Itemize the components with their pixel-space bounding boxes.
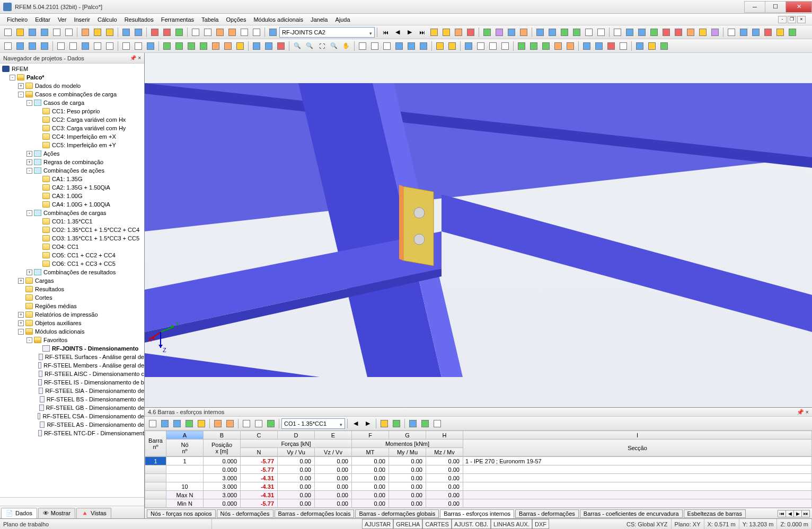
col-I[interactable]: I xyxy=(463,431,812,440)
co3[interactable]: CO3: 1.35*CC1 + 1.5*CC3 + CC5 xyxy=(52,235,139,241)
toggle[interactable]: - xyxy=(18,92,24,97)
tb-undo[interactable] xyxy=(120,26,132,38)
status-cartes[interactable]: CARTES xyxy=(422,519,451,529)
cell[interactable]: 0.00 xyxy=(278,499,315,508)
cell[interactable]: -5.77 xyxy=(241,457,278,465)
tb-t3[interactable] xyxy=(636,26,648,38)
tb-u6[interactable] xyxy=(787,26,798,38)
tb-u4[interactable] xyxy=(762,26,774,38)
cell[interactable]: 0.00 xyxy=(278,491,315,499)
tb2-zoom-in[interactable]: 🔍 xyxy=(292,40,303,52)
tb2-9[interactable] xyxy=(104,40,116,52)
tb-nav-first[interactable]: ⏮ xyxy=(379,26,391,38)
cell[interactable]: 0.00 xyxy=(389,482,426,491)
regras-comb[interactable]: Regras de combinação xyxy=(43,159,103,165)
casos-comb[interactable]: Casos e combinações de carga xyxy=(35,91,117,97)
cell[interactable]: 0.00 xyxy=(389,457,426,465)
tb2-v2[interactable] xyxy=(369,40,381,52)
data-table[interactable]: Barranº A B C D E F G H I Nónº Posiçãox … xyxy=(145,431,812,508)
table-pin[interactable]: 📌 × xyxy=(797,409,809,416)
cell[interactable] xyxy=(145,474,166,482)
cell[interactable]: 0.00 xyxy=(315,474,352,482)
minimize-button[interactable]: ─ xyxy=(744,1,765,13)
table-tab[interactable]: Barras - deformações locais xyxy=(275,509,355,518)
table-row[interactable]: Max N3.000-4.310.000.000.000.000.00 xyxy=(145,491,812,499)
rfsteel-mem[interactable]: RF-STEEL Members - Análise geral de xyxy=(43,362,144,369)
tb2-10[interactable] xyxy=(120,40,132,52)
tb2-a1[interactable] xyxy=(634,40,646,52)
tb2-22[interactable] xyxy=(275,40,287,52)
tb2-v1[interactable] xyxy=(357,40,368,52)
dados-modelo[interactable]: Dados do modelo xyxy=(35,83,81,89)
tb-open[interactable] xyxy=(14,26,26,38)
tb-r7[interactable] xyxy=(506,26,517,38)
col-A[interactable]: A xyxy=(166,431,204,440)
tb2-x3[interactable] xyxy=(487,40,499,52)
cell[interactable]: 0.00 xyxy=(315,465,352,474)
col-E[interactable]: E xyxy=(315,431,352,440)
tb2-pan[interactable]: ✋ xyxy=(340,40,352,52)
menu-modulos[interactable]: Módulos adicionais xyxy=(250,15,307,24)
tb-nav-last[interactable]: ⏭ xyxy=(416,26,428,38)
maximize-button[interactable]: ☐ xyxy=(765,1,786,13)
tb2-13[interactable] xyxy=(161,40,173,52)
menu-editar[interactable]: Editar xyxy=(31,15,54,24)
toggle[interactable]: + xyxy=(18,83,24,89)
cell[interactable]: 0.000 xyxy=(204,465,241,474)
cell[interactable]: 0.00 xyxy=(315,499,352,508)
tb-s6[interactable] xyxy=(595,26,607,38)
table-row[interactable]: Min N0.000-5.770.000.000.000.000.00 xyxy=(145,499,812,508)
col-C[interactable]: C xyxy=(241,431,278,440)
cell[interactable]: 0.00 xyxy=(389,499,426,508)
tt-9[interactable] xyxy=(253,418,264,429)
cell[interactable]: 0.00 xyxy=(426,482,463,491)
tb2-a3[interactable] xyxy=(658,40,670,52)
ca3[interactable]: CA3: 1.00G xyxy=(52,193,82,199)
ca4[interactable]: CA4: 1.00G + 1.00QiA xyxy=(52,201,110,208)
tb2-1[interactable] xyxy=(2,40,14,52)
tb-u3[interactable] xyxy=(750,26,762,38)
tt-4[interactable] xyxy=(183,418,195,429)
table-tab[interactable]: Barras - coeficientes de encurvadura xyxy=(580,509,683,518)
ttab-first[interactable]: ⏮ xyxy=(778,510,786,517)
tb2-y5[interactable] xyxy=(564,40,576,52)
tb-r1[interactable] xyxy=(428,26,440,38)
resultados[interactable]: Resultados xyxy=(35,286,64,292)
comb-cargas[interactable]: Combinações de cargas xyxy=(43,210,107,216)
tb2-2[interactable] xyxy=(14,40,26,52)
table-tab[interactable]: Nós - forças nos apoios xyxy=(147,509,216,518)
cell[interactable] xyxy=(463,491,812,499)
tb-preview[interactable] xyxy=(63,26,75,38)
menu-janela[interactable]: Janela xyxy=(307,15,331,24)
tab-dados[interactable]: 📄Dados xyxy=(1,508,37,518)
tb2-y1[interactable] xyxy=(516,40,527,52)
toggle[interactable]: + xyxy=(18,320,24,326)
cell[interactable]: 0.00 xyxy=(278,482,315,491)
tb2-21[interactable] xyxy=(263,40,275,52)
cell[interactable]: 0.00 xyxy=(352,457,389,465)
status-linhas[interactable]: LINHAS AUX. xyxy=(491,519,532,529)
tb2-3[interactable] xyxy=(27,40,38,52)
tb-calc2[interactable] xyxy=(161,26,173,38)
tb-r3[interactable] xyxy=(453,26,464,38)
tb-s2[interactable] xyxy=(546,26,558,38)
tb-t5[interactable] xyxy=(660,26,672,38)
tt-prev[interactable]: ◀ xyxy=(350,418,361,429)
tb2-7[interactable] xyxy=(80,40,91,52)
tb2-v4[interactable] xyxy=(393,40,405,52)
menu-ficheiro[interactable]: Ficheiro xyxy=(3,15,31,24)
tb-t4[interactable] xyxy=(648,26,660,38)
tb2-w2[interactable] xyxy=(446,40,458,52)
corner-cell[interactable]: Barranº xyxy=(145,431,166,456)
cell[interactable]: 0.00 xyxy=(389,474,426,482)
cell[interactable]: 0.00 xyxy=(389,465,426,474)
toggle[interactable]: - xyxy=(27,100,32,106)
cc1[interactable]: CC1: Peso próprio xyxy=(52,108,100,114)
menu-tabela[interactable]: Tabela xyxy=(198,15,222,24)
tb2-y3[interactable] xyxy=(540,40,552,52)
tb2-z3[interactable] xyxy=(605,40,617,52)
cc4[interactable]: CC4: Imperfeição em +X xyxy=(52,133,116,140)
comb-result[interactable]: Combinações de resultados xyxy=(43,269,116,275)
tb-r2[interactable] xyxy=(440,26,452,38)
cell[interactable] xyxy=(166,474,204,482)
